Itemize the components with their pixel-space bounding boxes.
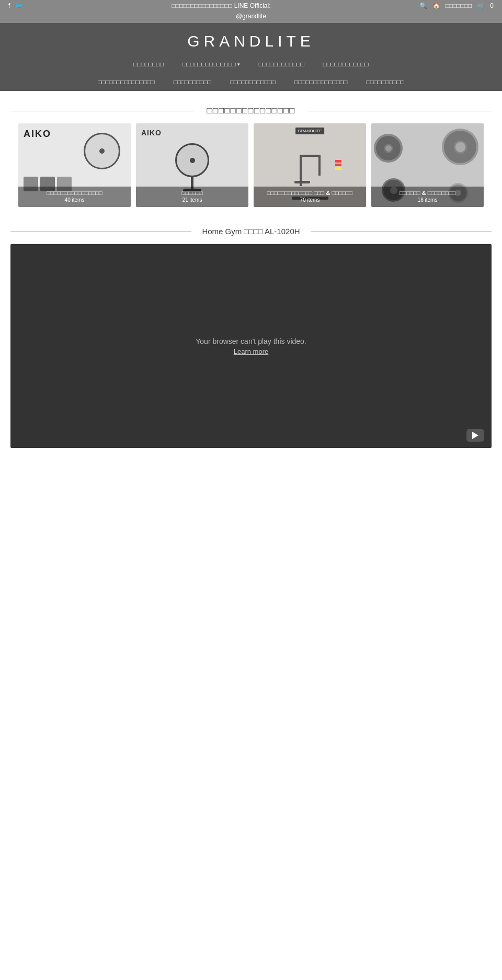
product-card-4[interactable]: □□□□□□ & □□□□□□□□ 18 items bbox=[371, 123, 484, 207]
nav-item-9[interactable]: □□□□□□□□□□ bbox=[357, 75, 414, 89]
cart-icon[interactable]: 🛒 bbox=[477, 2, 485, 9]
card-4-label: □□□□□□ & □□□□□□□□ bbox=[375, 190, 480, 196]
video-section-title: Home Gym □□□□ AL-1020H bbox=[191, 227, 310, 236]
nav-item-7[interactable]: □□□□□□□□□□□□ bbox=[221, 75, 285, 89]
instagram-handle: @grandlite bbox=[236, 13, 266, 20]
twitter-icon[interactable]: 🐦 bbox=[15, 2, 23, 9]
footer-space bbox=[0, 464, 502, 777]
nav-item-5[interactable]: □□□□□□□□□□□□□□□ bbox=[88, 75, 164, 89]
card-3-overlay: □□□□□□□□□□□□□ □□□ & □□□□□□ 70 items bbox=[254, 187, 366, 207]
youtube-icon[interactable] bbox=[466, 429, 484, 442]
nav-row-1: □□□□□□□□ □□□□□□□□□□□□□□ ▾ □□□□□□□□□□□□ □… bbox=[0, 55, 502, 73]
top-bar: f 🐦 □□□□□□□□□□□□□□□□ LINE Official: 🔍 🏠 … bbox=[0, 0, 502, 11]
card-3-count: 70 items bbox=[258, 197, 362, 203]
card-1-overlay: □□□□□□□□□□□□□□□□ 40 items bbox=[18, 187, 131, 207]
nav-item-8[interactable]: □□□□□□□□□□□□□□ bbox=[285, 75, 357, 89]
nav-item-3[interactable]: □□□□□□□□□□□□ bbox=[249, 57, 314, 71]
cart-count: 0 bbox=[490, 2, 494, 9]
home-icon[interactable]: 🏠 bbox=[432, 2, 440, 9]
video-title-line-right bbox=[311, 231, 492, 232]
brand-name[interactable]: GRANDLITE bbox=[0, 32, 502, 50]
nav-row-2: □□□□□□□□□□□□□□□ □□□□□□□□□□ □□□□□□□□□□□□ … bbox=[0, 73, 502, 91]
nav-item-4[interactable]: □□□□□□□□□□□□ bbox=[314, 57, 378, 71]
card-4-count: 18 items bbox=[375, 197, 480, 203]
video-section-title-row: Home Gym □□□□ AL-1020H bbox=[0, 222, 502, 236]
product-card-1[interactable]: AIKO □□□□□□□□□□□□□□□□ 40 items bbox=[18, 123, 131, 207]
product-grid: AIKO □□□□□□□□□□□□□□□□ 40 items bbox=[0, 123, 502, 222]
card-2-overlay: □□□□□□ 21 items bbox=[136, 187, 248, 207]
nav-item-6[interactable]: □□□□□□□□□□ bbox=[164, 75, 221, 89]
product-card-3[interactable]: GRANDLITE bbox=[254, 123, 366, 207]
video-learn-more-link[interactable]: Learn more bbox=[234, 348, 268, 355]
line-official-text: □□□□□□□□□□□□□□□□ LINE Official: bbox=[23, 2, 419, 9]
collections-title: □□□□□□□□□□□□□□□ bbox=[194, 106, 307, 116]
card-4-overlay: □□□□□□ & □□□□□□□□ 18 items bbox=[371, 187, 484, 207]
title-line-left bbox=[10, 111, 194, 111]
top-right-icons[interactable]: 🔍 🏠 □□□□□□□ 🛒 0 bbox=[419, 2, 494, 9]
facebook-icon[interactable]: f bbox=[8, 2, 10, 9]
handle-bar: @grandlite bbox=[0, 11, 502, 23]
card-2-label: □□□□□□ bbox=[140, 190, 244, 196]
video-title-line-left bbox=[10, 231, 191, 232]
nav-item-1[interactable]: □□□□□□□□ bbox=[124, 57, 173, 71]
title-line-right bbox=[308, 111, 492, 111]
nav-item-2[interactable]: □□□□□□□□□□□□□□ ▾ bbox=[173, 57, 249, 71]
video-error-message: Your browser can't play this video. bbox=[196, 337, 306, 345]
card-1-count: 40 items bbox=[22, 197, 127, 203]
video-player[interactable]: Your browser can't play this video. Lear… bbox=[10, 244, 492, 448]
social-icons[interactable]: f 🐦 bbox=[8, 2, 23, 9]
account-text[interactable]: □□□□□□□ bbox=[446, 2, 472, 9]
collections-section-title-row: □□□□□□□□□□□□□□□ bbox=[0, 91, 502, 123]
dropdown-chevron-icon: ▾ bbox=[237, 62, 240, 67]
card-1-label: □□□□□□□□□□□□□□□□ bbox=[22, 190, 127, 196]
search-icon[interactable]: 🔍 bbox=[419, 2, 427, 9]
site-header: GRANDLITE bbox=[0, 23, 502, 55]
card-3-label: □□□□□□□□□□□□□ □□□ & □□□□□□ bbox=[258, 190, 362, 196]
youtube-play-triangle bbox=[472, 432, 478, 439]
product-card-2[interactable]: AIKO □□□□□□ 21 items bbox=[136, 123, 248, 207]
card-2-count: 21 items bbox=[140, 197, 244, 203]
